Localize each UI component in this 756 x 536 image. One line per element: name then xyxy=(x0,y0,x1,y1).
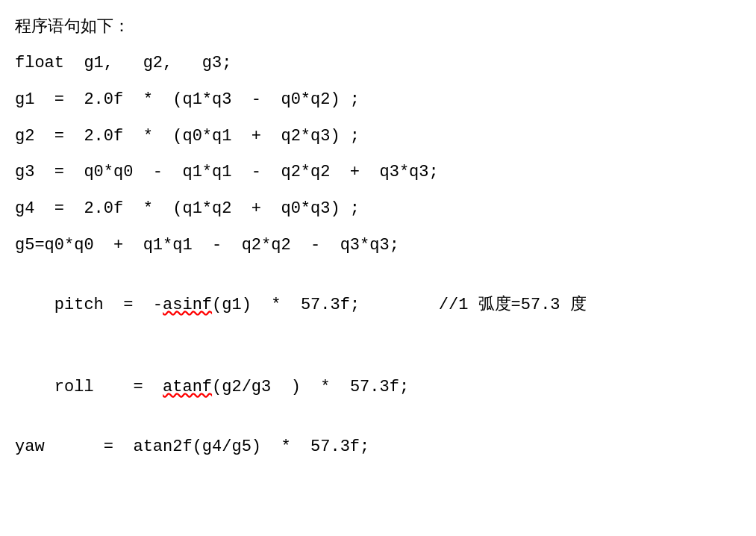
line-pitch: pitch = -asinf(g1) * 57.3f; //1 弧度=57.3 … xyxy=(15,271,741,340)
line-g2: g2 = 2.0f * (q0*q1 + q2*q3) ; xyxy=(15,125,741,149)
line-g3: g3 = q0*q0 - q1*q1 - q2*q2 + q3*q3; xyxy=(15,161,741,184)
roll-after: (g2/g3 ) * 57.3f; xyxy=(212,378,409,396)
roll-underline: atanf xyxy=(163,378,212,396)
line-g1: g1 = 2.0f * (q1*q3 - q0*q2) ; xyxy=(15,89,741,112)
line-float: float g1, g2, g3; xyxy=(15,52,741,75)
line-yaw: yaw = atan2f(g4/g5) * 57.3f; xyxy=(15,436,741,459)
roll-before: roll = xyxy=(54,378,163,396)
pitch-before: pitch = - xyxy=(54,296,163,314)
pitch-after: (g1) * 57.3f; xyxy=(212,296,360,314)
pitch-underline: asinf xyxy=(163,296,212,314)
heading: 程序语句如下： xyxy=(15,15,741,37)
line-g4: g4 = 2.0f * (q1*q2 + q0*q3) ; xyxy=(15,198,741,221)
code-block: float g1, g2, g3; g1 = 2.0f * (q1*q3 - q… xyxy=(15,52,741,458)
line-roll: roll = atanf(g2/g3 ) * 57.3f; xyxy=(15,353,741,422)
pitch-comment: //1 弧度=57.3 度 xyxy=(360,296,587,314)
line-g5: g5=q0*q0 + q1*q1 - q2*q2 - q3*q3; xyxy=(15,234,741,258)
